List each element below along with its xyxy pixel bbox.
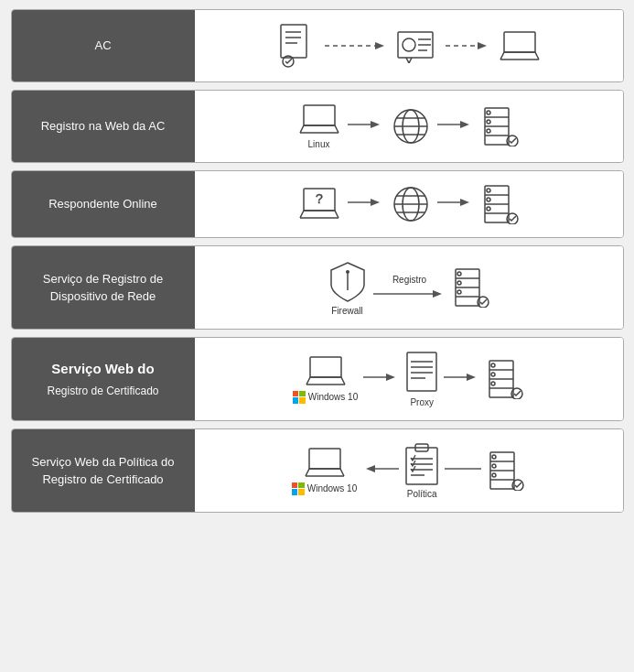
svg-rect-92	[406, 448, 437, 484]
svg-point-34	[487, 120, 490, 124]
diagram-servico-web: Windows 10 Proxy	[195, 338, 623, 420]
globe-icon-2	[392, 185, 430, 223]
windows10-label-1: Windows 10	[293, 391, 358, 404]
label-text-respondente: Respondente Online	[48, 195, 157, 213]
firewall-shield-icon	[328, 259, 368, 303]
label-text-servico: Serviço de Registro de Dispositivo de Re…	[25, 270, 182, 306]
laptop-win10-wrap: Windows 10	[293, 355, 358, 404]
svg-point-84	[491, 363, 495, 367]
svg-point-33	[487, 111, 490, 114]
label-text-registro: Registro na Web da AC	[41, 117, 166, 135]
laptop-linux-icon	[298, 103, 340, 136]
label-registro-web: Registro na Web da AC	[12, 91, 195, 162]
svg-marker-41	[371, 199, 380, 206]
label-text-servico-web-2: Registro de Certificado	[47, 383, 158, 399]
svg-rect-16	[504, 32, 535, 52]
server-cert-icon-2	[481, 184, 520, 224]
solid-arrow-svg-4	[437, 193, 474, 211]
laptop-win10-icon-2	[304, 447, 346, 480]
svg-point-104	[492, 464, 496, 468]
svg-marker-15	[478, 42, 487, 49]
globe-icon-wrap-2	[392, 185, 430, 223]
label-politica: Serviço Web da Política do Registro de C…	[12, 429, 195, 512]
dashed-line-svg	[325, 37, 389, 55]
svg-point-55	[487, 207, 490, 211]
server-cert-icon-5	[487, 450, 525, 491]
svg-line-12	[406, 58, 409, 63]
svg-point-54	[487, 198, 490, 201]
solid-arrow-svg-2	[437, 115, 474, 134]
svg-point-67	[457, 290, 461, 294]
diagram-politica: Windows 10	[195, 429, 623, 512]
diagram-servico-registro: Firewall Registro	[195, 246, 623, 329]
diagram-respondente: ?	[195, 171, 623, 237]
globe-icon	[392, 107, 430, 146]
svg-rect-88	[309, 449, 340, 469]
solid-line-5	[363, 368, 400, 390]
label-servico-registro: Serviço de Registro de Dispositivo de Re…	[12, 246, 195, 329]
svg-text:?: ?	[316, 191, 323, 206]
left-arrow-1	[362, 460, 399, 482]
label-respondente: Respondente Online	[12, 171, 195, 237]
diagram-ac	[195, 10, 623, 81]
diagram-registro-web: Linux	[195, 91, 623, 162]
row-politica: Serviço Web da Política do Registro de C…	[11, 428, 624, 513]
svg-point-53	[487, 189, 490, 192]
svg-point-66	[457, 281, 461, 285]
win10-logo-2	[292, 482, 305, 495]
certificate-icon	[396, 28, 438, 63]
server-cert-wrap-3	[452, 267, 490, 308]
registro-line-wrap: Registro	[373, 275, 446, 301]
svg-marker-6	[375, 42, 384, 49]
row-servico-web: Serviço Web do Registro de Certificado W…	[11, 337, 624, 421]
solid-line-1	[348, 115, 384, 137]
label-text-politica: Serviço Web da Política do Registro de C…	[25, 453, 182, 489]
server-cert-icon-3	[452, 267, 490, 308]
laptop-icon	[499, 28, 541, 63]
proxy-icon	[405, 351, 438, 395]
firewall-shield-wrap: Firewall	[328, 259, 368, 316]
svg-marker-28	[460, 121, 469, 128]
row-ac: AC	[11, 9, 624, 82]
dashed-line-2-svg	[446, 37, 491, 55]
proxy-label: Proxy	[410, 397, 434, 407]
solid-arrow-svg-5	[363, 368, 400, 386]
svg-marker-21	[371, 121, 380, 128]
label-servico-web: Serviço Web do Registro de Certificado	[12, 338, 195, 420]
solid-line-4	[437, 193, 474, 215]
firewall-label: Firewall	[331, 306, 362, 316]
svg-marker-79	[467, 374, 476, 381]
label-text-ac: AC	[94, 37, 111, 55]
svg-point-103	[492, 455, 496, 459]
laptop-question-wrap: ?	[298, 187, 340, 222]
svg-rect-18	[304, 105, 335, 125]
clipboard-icon-wrap: Política	[404, 442, 439, 499]
registro-arrow-svg	[373, 287, 446, 301]
svg-point-65	[457, 272, 461, 276]
label-ac: AC	[12, 10, 195, 81]
laptop-win10-icon	[305, 355, 347, 388]
win10-logo-1	[293, 391, 306, 404]
server-cert-icon-1	[481, 106, 520, 146]
laptop-win10-wrap-2: Windows 10	[292, 447, 357, 495]
laptop-linux-wrap: Linux	[298, 103, 340, 149]
plain-line-1	[445, 460, 481, 482]
politica-label: Política	[407, 489, 437, 499]
svg-marker-72	[386, 374, 395, 381]
svg-rect-73	[407, 352, 436, 391]
certificate-icon-wrap	[396, 28, 438, 63]
server-cert-wrap-4	[486, 359, 524, 399]
laptop-icon-wrap-1	[499, 28, 541, 63]
solid-arrow-svg-6	[444, 368, 480, 386]
left-arrow-svg-1	[362, 460, 399, 478]
row-respondente: Respondente Online ?	[11, 170, 624, 238]
dashed-arrow-1	[325, 37, 389, 55]
svg-rect-69	[310, 357, 341, 377]
plain-line-svg-1	[445, 460, 481, 478]
svg-point-85	[491, 373, 495, 376]
server-cert-wrap-5	[487, 450, 525, 491]
solid-line-6	[444, 368, 480, 390]
row-servico-registro: Serviço de Registro de Dispositivo de Re…	[11, 245, 624, 330]
document-icon-wrap	[277, 23, 317, 69]
solid-arrow-svg-1	[348, 115, 384, 134]
